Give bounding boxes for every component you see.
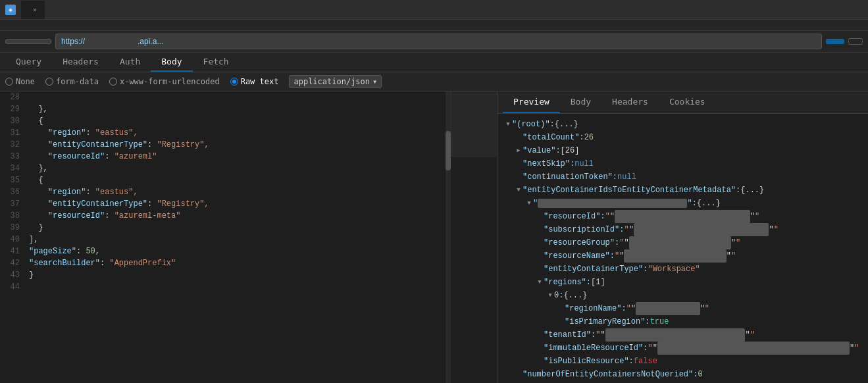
line-number: 31 <box>4 127 20 139</box>
radio-circle <box>109 78 117 86</box>
line-number: 30 <box>4 115 20 127</box>
response-panel: PreviewBodyHeadersCookies "(root)": {...… <box>497 91 868 383</box>
line-number: 35 <box>4 174 20 186</box>
json-tree[interactable]: "(root)": {...} "totalCount": 26 "value"… <box>498 114 868 383</box>
tree-spacer <box>536 213 544 220</box>
method-select[interactable] <box>5 39 51 44</box>
tree-row: "regionName": " "████████ ████" " <box>503 302 863 315</box>
tree-spacer <box>557 318 565 326</box>
tree-row: "isPublicResource": false <box>503 355 863 368</box>
body-option-x-www-form-urlencoded[interactable]: x-www-form-urlencoded <box>109 77 220 86</box>
scroll-bar[interactable] <box>446 91 451 383</box>
save-button[interactable] <box>848 38 863 45</box>
tree-row: "resourceName": " "████████ ████████████… <box>503 249 863 263</box>
tree-spacer <box>536 344 544 352</box>
url-input[interactable] <box>55 34 822 49</box>
close-tab-button[interactable]: ✕ <box>33 6 37 13</box>
code-line: "resourceId": "azureml" <box>29 151 497 163</box>
tree-toggle-button[interactable] <box>546 292 554 299</box>
radio-circle <box>45 78 53 86</box>
tree-spacer <box>536 252 544 260</box>
line-number: 32 <box>4 139 20 151</box>
radio-label: Raw text <box>241 77 279 86</box>
body-options: Noneform-datax-www-form-urlencodedRaw te… <box>0 72 868 91</box>
app-icon: ◈ <box>5 5 16 15</box>
radio-circle <box>230 78 238 86</box>
code-editor[interactable]: 2829303132333435363738394041424344 }, { … <box>0 91 497 383</box>
tree-toggle-button[interactable] <box>515 186 523 194</box>
tree-row: "(root)": {...} <box>503 118 863 131</box>
nav-tab-body[interactable]: Body <box>151 53 192 72</box>
response-tabs: PreviewBodyHeadersCookies <box>498 91 868 114</box>
tree-row: "subscriptionId": " "███████ ███████████… <box>503 223 863 236</box>
code-line: { <box>29 174 497 186</box>
radio-label: form-data <box>56 77 99 86</box>
line-numbers: 2829303132333435363738394041424344 <box>0 91 24 383</box>
tree-row: "████████ ████ ████████ ████████": {...} <box>503 197 863 210</box>
chevron-down-icon: ▾ <box>372 77 377 86</box>
code-line: "region": "eastus", <box>29 186 497 198</box>
nav-tab-auth[interactable]: Auth <box>109 53 151 72</box>
line-number: 33 <box>4 151 20 163</box>
active-tab[interactable]: ✕ <box>21 1 45 19</box>
send-button[interactable] <box>826 39 844 44</box>
tree-toggle-button[interactable] <box>515 147 523 155</box>
tree-row: "resourceGroup": " "████████ ███████████… <box>503 236 863 249</box>
tree-row: "tenantId": " "████████████████████████ … <box>503 328 863 342</box>
tree-toggle-button[interactable] <box>536 278 544 286</box>
body-option-form-data[interactable]: form-data <box>45 77 99 86</box>
tree-spacer <box>515 160 523 168</box>
tree-spacer <box>536 331 544 339</box>
content-type-select[interactable]: application/json ▾ <box>289 75 382 88</box>
tree-row: "entityContainerType": "Workspace" <box>503 263 863 276</box>
radio-label: None <box>16 77 35 86</box>
scroll-thumb <box>446 131 451 170</box>
nav-tabs: QueryHeadersAuthBodyFetch <box>0 53 868 72</box>
tree-spacer <box>536 239 544 247</box>
tree-row: "regions": [1] <box>503 276 863 289</box>
response-thumbnail <box>451 91 497 157</box>
tree-row: "immutableResourceId": " "██████████████… <box>503 342 863 355</box>
radio-label: x-www-form-urlencoded <box>120 77 220 86</box>
tree-row: "value": [26] <box>503 144 863 157</box>
line-number: 38 <box>4 210 20 222</box>
tree-toggle-button[interactable] <box>504 120 512 128</box>
tree-spacer <box>536 265 544 273</box>
body-option-none[interactable]: None <box>5 77 35 86</box>
tree-row: "nextSkip": null <box>503 157 863 170</box>
tree-spacer <box>515 370 523 378</box>
tree-spacer <box>515 134 523 141</box>
code-line: { <box>29 115 497 127</box>
code-line: }, <box>29 163 497 174</box>
code-line: "resourceId": "azureml-meta" <box>29 210 497 222</box>
line-number: 40 <box>4 234 20 245</box>
response-tab-preview[interactable]: Preview <box>503 91 560 113</box>
title-bar: ◈ ✕ <box>0 0 868 20</box>
tree-row: 0: {...} <box>503 289 863 302</box>
code-line: ], <box>29 234 497 245</box>
response-tab-headers[interactable]: Headers <box>601 91 659 113</box>
nav-tab-query[interactable]: Query <box>5 53 52 72</box>
response-tab-body[interactable]: Body <box>560 91 601 113</box>
tree-row: "resourceId": " "███████ ███████████████… <box>503 210 863 223</box>
tree-row: "totalCount": 26 <box>503 131 863 144</box>
radio-circle <box>5 78 13 86</box>
line-number: 36 <box>4 186 20 198</box>
code-line <box>29 281 497 293</box>
tree-spacer <box>536 226 544 234</box>
nav-tab-headers[interactable]: Headers <box>52 53 109 72</box>
code-line: "searchBuilder": "AppendPrefix" <box>29 257 497 269</box>
code-line: "entityContainerType": "Registry", <box>29 198 497 210</box>
code-line: "entityContainerType": "Registry", <box>29 139 497 151</box>
content-type-label: application/json <box>294 77 370 86</box>
response-tab-cookies[interactable]: Cookies <box>659 91 716 113</box>
tree-spacer <box>536 357 544 365</box>
nav-tab-fetch[interactable]: Fetch <box>193 53 240 72</box>
tree-spacer <box>557 305 565 313</box>
body-option-raw-text[interactable]: Raw text <box>230 77 279 86</box>
url-bar <box>0 20 868 31</box>
tree-toggle-button[interactable] <box>525 199 533 207</box>
code-line: } <box>29 222 497 234</box>
tree-row: "isPrimaryRegion": true <box>503 315 863 328</box>
code-line: "region": "eastus", <box>29 127 497 139</box>
